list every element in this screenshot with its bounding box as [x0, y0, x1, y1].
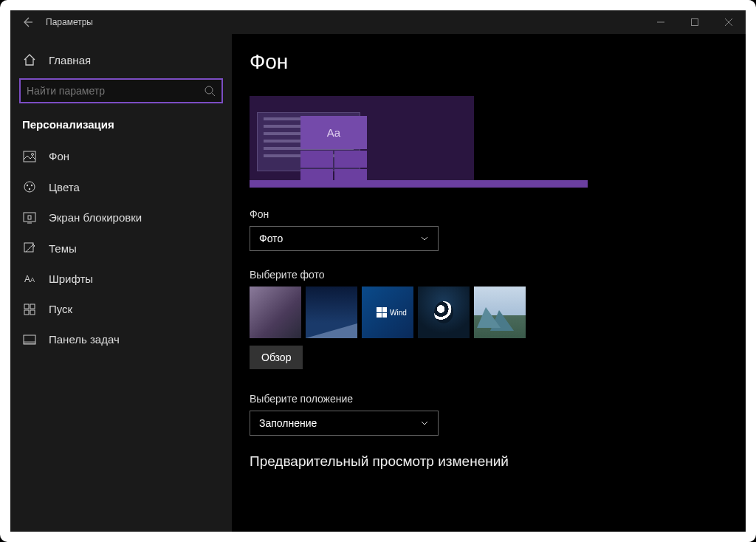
- svg-rect-2: [24, 151, 35, 162]
- sidebar-item-background[interactable]: Фон: [10, 141, 232, 171]
- sidebar-item-label: Фон: [49, 150, 69, 162]
- sidebar-item-label: Экран блокировки: [49, 211, 142, 224]
- minimize-button[interactable]: [644, 10, 678, 34]
- sidebar-item-label: Пуск: [49, 303, 72, 315]
- lockscreen-icon: [22, 212, 37, 224]
- position-select[interactable]: Заполнение: [250, 411, 439, 436]
- titlebar: Параметры: [10, 10, 746, 34]
- svg-rect-11: [24, 304, 29, 309]
- sidebar-category: Персонализация: [10, 111, 232, 141]
- sidebar-item-label: Панель задач: [49, 333, 120, 346]
- window-title: Параметры: [46, 17, 93, 27]
- svg-point-1: [205, 86, 213, 94]
- back-button[interactable]: [10, 10, 46, 34]
- taskbar-icon: [22, 335, 37, 345]
- svg-rect-9: [28, 216, 31, 219]
- fonts-icon: AA: [22, 274, 37, 284]
- close-button[interactable]: [712, 10, 746, 34]
- sidebar-item-label: Шрифты: [49, 272, 93, 285]
- svg-rect-10: [24, 243, 33, 252]
- background-select-value: Фото: [259, 233, 283, 244]
- maximize-button[interactable]: [678, 10, 712, 34]
- sidebar-item-themes[interactable]: Темы: [10, 233, 232, 264]
- browse-button[interactable]: Обзор: [250, 346, 303, 369]
- desktop-preview: Aa: [250, 96, 474, 188]
- search-field[interactable]: [27, 85, 204, 97]
- start-icon: [22, 303, 37, 315]
- main-content: Фон Aa Фон Фото Выберите фото: [232, 34, 746, 532]
- search-icon: [204, 85, 216, 97]
- sidebar-item-lockscreen[interactable]: Экран блокировки: [10, 202, 232, 233]
- photo-thumb-5[interactable]: [474, 287, 526, 338]
- svg-point-5: [27, 185, 28, 186]
- preview-tile-text: Aa: [300, 116, 367, 149]
- svg-rect-13: [24, 310, 29, 315]
- picture-icon: [22, 151, 37, 162]
- sidebar-home-label: Главная: [49, 54, 91, 66]
- sidebar-item-label: Темы: [49, 242, 77, 255]
- sidebar-home[interactable]: Главная: [10, 44, 232, 75]
- svg-point-6: [31, 185, 32, 186]
- background-label: Фон: [250, 208, 728, 220]
- svg-rect-16: [24, 341, 35, 344]
- photo-thumbnails: Wind: [250, 287, 728, 338]
- position-label: Выберите положение: [250, 393, 728, 405]
- position-select-value: Заполнение: [259, 417, 317, 429]
- choose-photo-label: Выберите фото: [250, 269, 728, 281]
- preview-taskbar: [250, 180, 588, 188]
- svg-rect-8: [24, 213, 35, 222]
- svg-point-3: [32, 153, 34, 155]
- themes-icon: [22, 241, 37, 255]
- svg-point-7: [29, 188, 30, 190]
- background-select[interactable]: Фото: [250, 226, 439, 251]
- photo-thumb-4[interactable]: [418, 287, 470, 338]
- sidebar: Главная Персонализация Фон Цвета: [10, 34, 232, 532]
- sidebar-item-fonts[interactable]: AA Шрифты: [10, 264, 232, 294]
- palette-icon: [22, 180, 37, 193]
- svg-rect-0: [692, 19, 698, 26]
- svg-rect-12: [30, 304, 35, 309]
- home-icon: [22, 53, 37, 66]
- preview-sample-window: Aa: [257, 112, 360, 171]
- search-input[interactable]: [19, 78, 223, 103]
- svg-point-4: [24, 182, 35, 192]
- chevron-down-icon: [420, 234, 429, 243]
- sidebar-item-taskbar[interactable]: Панель задач: [10, 324, 232, 354]
- sidebar-item-colors[interactable]: Цвета: [10, 171, 232, 202]
- sidebar-item-label: Цвета: [49, 181, 80, 193]
- photo-thumb-2[interactable]: [306, 287, 357, 338]
- chevron-down-icon: [420, 419, 429, 428]
- svg-rect-14: [30, 310, 35, 315]
- photo-thumb-1[interactable]: [250, 287, 301, 338]
- page-title: Фон: [250, 50, 728, 74]
- sidebar-item-start[interactable]: Пуск: [10, 294, 232, 324]
- photo-thumb-3[interactable]: Wind: [362, 287, 413, 338]
- preview-changes-title: Предварительный просмотр изменений: [250, 453, 728, 470]
